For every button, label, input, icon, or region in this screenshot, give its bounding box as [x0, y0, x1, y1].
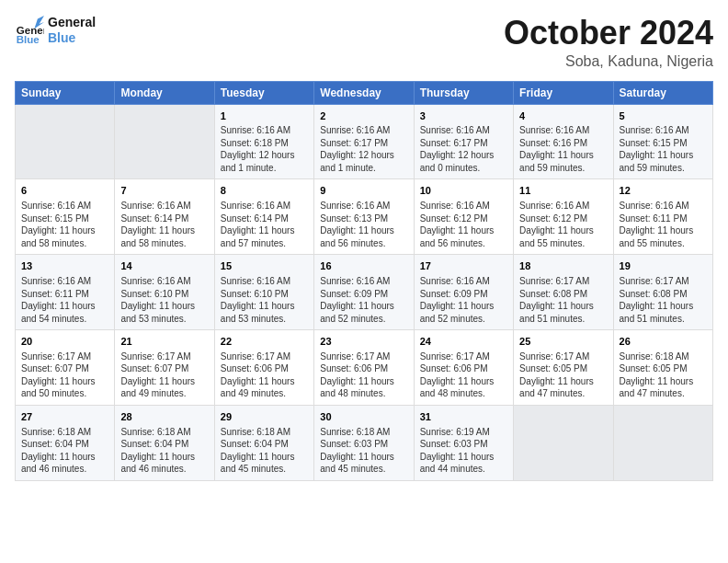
- day-number: 11: [519, 184, 607, 198]
- calendar-cell: [613, 405, 712, 480]
- header-day: Saturday: [613, 81, 712, 104]
- day-number: 6: [21, 184, 108, 198]
- day-info: Sunrise: 6:17 AM Sunset: 6:06 PM Dayligh…: [420, 350, 507, 400]
- day-info: Sunrise: 6:17 AM Sunset: 6:05 PM Dayligh…: [519, 350, 607, 400]
- day-info: Sunrise: 6:16 AM Sunset: 6:14 PM Dayligh…: [120, 200, 208, 249]
- calendar-body: 1Sunrise: 6:16 AM Sunset: 6:18 PM Daylig…: [16, 104, 713, 480]
- day-info: Sunrise: 6:16 AM Sunset: 6:11 PM Dayligh…: [620, 200, 707, 249]
- calendar-week-row: 13Sunrise: 6:16 AM Sunset: 6:11 PM Dayli…: [16, 255, 713, 330]
- day-number: 8: [221, 184, 308, 198]
- day-number: 30: [320, 410, 407, 424]
- day-info: Sunrise: 6:16 AM Sunset: 6:12 PM Dayligh…: [519, 200, 607, 249]
- calendar-cell: 26Sunrise: 6:18 AM Sunset: 6:05 PM Dayli…: [613, 330, 712, 406]
- calendar-cell: 5Sunrise: 6:16 AM Sunset: 6:15 PM Daylig…: [613, 104, 712, 179]
- header-day: Friday: [514, 81, 613, 104]
- day-number: 22: [221, 335, 308, 349]
- header-day: Monday: [115, 81, 214, 104]
- calendar-cell: 8Sunrise: 6:16 AM Sunset: 6:14 PM Daylig…: [214, 179, 313, 255]
- day-info: Sunrise: 6:18 AM Sunset: 6:03 PM Dayligh…: [320, 426, 407, 476]
- day-info: Sunrise: 6:18 AM Sunset: 6:04 PM Dayligh…: [221, 426, 308, 476]
- day-number: 25: [519, 335, 607, 349]
- day-number: 14: [120, 259, 208, 273]
- svg-text:Blue: Blue: [17, 34, 40, 45]
- day-info: Sunrise: 6:16 AM Sunset: 6:12 PM Dayligh…: [420, 200, 507, 249]
- calendar-cell: [16, 104, 115, 179]
- day-number: 23: [320, 335, 407, 349]
- day-number: 7: [120, 184, 208, 198]
- day-number: 4: [519, 109, 607, 123]
- calendar-cell: 28Sunrise: 6:18 AM Sunset: 6:04 PM Dayli…: [115, 405, 214, 480]
- day-info: Sunrise: 6:17 AM Sunset: 6:06 PM Dayligh…: [221, 350, 308, 400]
- calendar-week-row: 6Sunrise: 6:16 AM Sunset: 6:15 PM Daylig…: [16, 179, 713, 255]
- calendar-cell: 3Sunrise: 6:16 AM Sunset: 6:17 PM Daylig…: [414, 104, 513, 179]
- day-number: 9: [320, 184, 407, 198]
- calendar-cell: 15Sunrise: 6:16 AM Sunset: 6:10 PM Dayli…: [214, 255, 313, 330]
- calendar-cell: 23Sunrise: 6:17 AM Sunset: 6:06 PM Dayli…: [314, 330, 414, 406]
- day-info: Sunrise: 6:18 AM Sunset: 6:04 PM Dayligh…: [21, 426, 108, 476]
- calendar-cell: 13Sunrise: 6:16 AM Sunset: 6:11 PM Dayli…: [16, 255, 115, 330]
- calendar-week-row: 20Sunrise: 6:17 AM Sunset: 6:07 PM Dayli…: [16, 330, 713, 406]
- calendar-cell: 9Sunrise: 6:16 AM Sunset: 6:13 PM Daylig…: [314, 179, 414, 255]
- calendar-cell: 18Sunrise: 6:17 AM Sunset: 6:08 PM Dayli…: [514, 255, 613, 330]
- header-day: Wednesday: [314, 81, 414, 104]
- day-info: Sunrise: 6:16 AM Sunset: 6:17 PM Dayligh…: [420, 124, 507, 174]
- day-number: 3: [420, 109, 507, 123]
- day-number: 31: [420, 410, 507, 424]
- day-info: Sunrise: 6:16 AM Sunset: 6:13 PM Dayligh…: [320, 200, 407, 249]
- day-info: Sunrise: 6:18 AM Sunset: 6:04 PM Dayligh…: [120, 426, 208, 476]
- calendar-cell: 21Sunrise: 6:17 AM Sunset: 6:07 PM Dayli…: [115, 330, 214, 406]
- calendar-cell: 31Sunrise: 6:19 AM Sunset: 6:03 PM Dayli…: [414, 405, 513, 480]
- calendar-cell: 24Sunrise: 6:17 AM Sunset: 6:06 PM Dayli…: [414, 330, 513, 406]
- day-info: Sunrise: 6:16 AM Sunset: 6:17 PM Dayligh…: [320, 124, 407, 174]
- calendar-week-row: 27Sunrise: 6:18 AM Sunset: 6:04 PM Dayli…: [16, 405, 713, 480]
- day-number: 16: [320, 259, 407, 273]
- day-info: Sunrise: 6:16 AM Sunset: 6:18 PM Dayligh…: [221, 124, 308, 174]
- calendar-cell: [115, 104, 214, 179]
- day-number: 20: [21, 335, 108, 349]
- calendar-cell: 29Sunrise: 6:18 AM Sunset: 6:04 PM Dayli…: [214, 405, 313, 480]
- day-info: Sunrise: 6:17 AM Sunset: 6:07 PM Dayligh…: [21, 350, 108, 400]
- calendar-cell: 10Sunrise: 6:16 AM Sunset: 6:12 PM Dayli…: [414, 179, 513, 255]
- day-number: 26: [620, 335, 707, 349]
- calendar-cell: 11Sunrise: 6:16 AM Sunset: 6:12 PM Dayli…: [514, 179, 613, 255]
- day-info: Sunrise: 6:16 AM Sunset: 6:11 PM Dayligh…: [21, 275, 108, 325]
- day-number: 19: [620, 259, 707, 273]
- calendar-cell: 27Sunrise: 6:18 AM Sunset: 6:04 PM Dayli…: [16, 405, 115, 480]
- calendar-cell: 22Sunrise: 6:17 AM Sunset: 6:06 PM Dayli…: [214, 330, 313, 406]
- calendar-cell: 17Sunrise: 6:16 AM Sunset: 6:09 PM Dayli…: [414, 255, 513, 330]
- day-info: Sunrise: 6:16 AM Sunset: 6:16 PM Dayligh…: [519, 124, 607, 174]
- day-info: Sunrise: 6:17 AM Sunset: 6:08 PM Dayligh…: [620, 275, 707, 325]
- calendar-cell: 30Sunrise: 6:18 AM Sunset: 6:03 PM Dayli…: [314, 405, 414, 480]
- page-header: General Blue General Blue October 2024 S…: [15, 15, 713, 70]
- month-title: October 2024: [504, 15, 713, 52]
- day-number: 17: [420, 259, 507, 273]
- day-info: Sunrise: 6:17 AM Sunset: 6:06 PM Dayligh…: [320, 350, 407, 400]
- day-number: 2: [320, 109, 407, 123]
- header-day: Thursday: [414, 81, 513, 104]
- calendar-header: SundayMondayTuesdayWednesdayThursdayFrid…: [16, 81, 713, 104]
- calendar-table: SundayMondayTuesdayWednesdayThursdayFrid…: [15, 81, 713, 481]
- calendar-cell: [514, 405, 613, 480]
- day-info: Sunrise: 6:16 AM Sunset: 6:09 PM Dayligh…: [420, 275, 507, 325]
- calendar-cell: 12Sunrise: 6:16 AM Sunset: 6:11 PM Dayli…: [613, 179, 712, 255]
- logo-icon: General Blue: [15, 16, 44, 45]
- day-info: Sunrise: 6:16 AM Sunset: 6:10 PM Dayligh…: [120, 275, 208, 325]
- day-info: Sunrise: 6:18 AM Sunset: 6:05 PM Dayligh…: [620, 350, 707, 400]
- day-info: Sunrise: 6:16 AM Sunset: 6:14 PM Dayligh…: [221, 200, 308, 249]
- logo-text: General Blue: [48, 15, 96, 46]
- day-info: Sunrise: 6:16 AM Sunset: 6:15 PM Dayligh…: [620, 124, 707, 174]
- day-number: 29: [221, 410, 308, 424]
- day-info: Sunrise: 6:17 AM Sunset: 6:07 PM Dayligh…: [120, 350, 208, 400]
- calendar-cell: 4Sunrise: 6:16 AM Sunset: 6:16 PM Daylig…: [514, 104, 613, 179]
- day-number: 13: [21, 259, 108, 273]
- day-number: 18: [519, 259, 607, 273]
- calendar-cell: 25Sunrise: 6:17 AM Sunset: 6:05 PM Dayli…: [514, 330, 613, 406]
- calendar-cell: 14Sunrise: 6:16 AM Sunset: 6:10 PM Dayli…: [115, 255, 214, 330]
- day-info: Sunrise: 6:16 AM Sunset: 6:10 PM Dayligh…: [221, 275, 308, 325]
- day-info: Sunrise: 6:19 AM Sunset: 6:03 PM Dayligh…: [420, 426, 507, 476]
- calendar-cell: 20Sunrise: 6:17 AM Sunset: 6:07 PM Dayli…: [16, 330, 115, 406]
- day-number: 5: [620, 109, 707, 123]
- day-info: Sunrise: 6:16 AM Sunset: 6:09 PM Dayligh…: [320, 275, 407, 325]
- calendar-week-row: 1Sunrise: 6:16 AM Sunset: 6:18 PM Daylig…: [16, 104, 713, 179]
- day-number: 15: [221, 259, 308, 273]
